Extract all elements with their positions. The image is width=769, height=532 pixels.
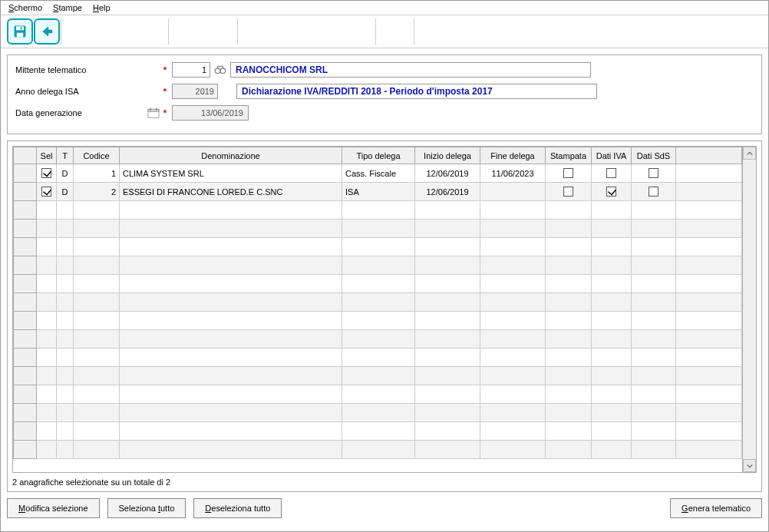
scroll-down-button[interactable] (743, 459, 756, 472)
empty-cell (57, 256, 74, 275)
table-row[interactable] (14, 201, 742, 220)
col-indicator-header[interactable] (14, 147, 37, 164)
table-row[interactable] (14, 441, 742, 459)
empty-cell (546, 404, 592, 422)
modifica-selezione-button[interactable]: Modifica selezione (7, 498, 100, 518)
table-row[interactable] (14, 275, 742, 293)
empty-cell (120, 367, 342, 385)
row-indicator (14, 238, 37, 256)
row-indicator (14, 201, 37, 220)
empty-cell (37, 385, 57, 404)
table-row[interactable] (14, 330, 742, 349)
binocular-icon[interactable] (213, 63, 227, 77)
seleziona-tutto-button[interactable]: Seleziona tutto (107, 498, 186, 518)
table-row[interactable] (14, 238, 742, 256)
col-denominazione-header[interactable]: Denominazione (120, 147, 342, 164)
table-row[interactable] (14, 220, 742, 238)
empty-cell (120, 256, 342, 275)
cell-stampata[interactable] (546, 183, 592, 201)
empty-cell (120, 201, 342, 220)
row-indicator (14, 293, 37, 312)
calendar-icon[interactable] (147, 107, 160, 118)
anno-desc-field: Dichiarazione IVA/REDDITI 2018 - Periodo… (236, 84, 597, 99)
checkbox-icon[interactable] (606, 168, 616, 178)
checkbox-icon[interactable] (606, 187, 616, 197)
col-codice-header[interactable]: Codice (74, 147, 120, 164)
scroll-up-button[interactable] (743, 147, 756, 160)
col-sel-header[interactable]: Sel (37, 147, 57, 164)
empty-cell (415, 293, 480, 312)
empty-cell (632, 220, 676, 238)
col-inizio-header[interactable]: Inizio delega (415, 147, 480, 164)
mittente-label: Mittente telematico (15, 65, 123, 74)
empty-cell (415, 238, 480, 256)
checkbox-icon[interactable] (563, 168, 573, 178)
checkbox-icon[interactable] (649, 187, 658, 197)
deseleziona-tutto-button[interactable]: Deseleziona tutto (193, 498, 282, 518)
col-stampata-header[interactable]: Stampata (546, 147, 592, 164)
cell-sel[interactable] (37, 164, 57, 183)
cell-dati-sds[interactable] (632, 164, 676, 183)
empty-cell (592, 220, 632, 238)
empty-cell (480, 441, 546, 459)
checkbox-icon[interactable] (41, 168, 51, 178)
empty-cell (342, 293, 415, 312)
cell-dati-sds[interactable] (632, 183, 676, 201)
checkbox-icon[interactable] (41, 187, 51, 197)
empty-cell (415, 275, 480, 293)
empty-cell (74, 220, 120, 238)
cell-inizio-delega: 12/06/2019 (415, 164, 480, 183)
mittente-code-input[interactable] (172, 62, 210, 78)
empty-cell (415, 330, 480, 349)
empty-cell (74, 293, 120, 312)
arrow-left-icon (39, 24, 54, 39)
table-row[interactable] (14, 367, 742, 385)
col-rest-header (676, 147, 742, 164)
empty-cell (546, 293, 592, 312)
datagen-label: Data generazione (15, 108, 123, 117)
checkbox-icon[interactable] (563, 187, 573, 197)
menu-help[interactable]: Help (93, 3, 111, 12)
table-row[interactable] (14, 349, 742, 367)
empty-cell (120, 312, 342, 330)
empty-cell (546, 385, 592, 404)
col-fine-header[interactable]: Fine delega (480, 147, 546, 164)
back-button[interactable] (34, 18, 60, 45)
empty-cell (57, 422, 74, 441)
cell-stampata[interactable] (546, 164, 592, 183)
svg-point-5 (220, 68, 226, 74)
table-row[interactable] (14, 385, 742, 404)
cell-sel[interactable] (37, 183, 57, 201)
table-row[interactable]: D2ESSEGI DI FRANCONE LORED.E C.SNCISA12/… (14, 183, 742, 201)
empty-cell (74, 275, 120, 293)
empty-cell (676, 367, 742, 385)
empty-cell (676, 293, 742, 312)
save-button[interactable] (7, 18, 33, 45)
col-dativa-header[interactable]: Dati IVA (592, 147, 632, 164)
empty-cell (74, 441, 120, 459)
cell-dati-iva[interactable] (592, 183, 632, 201)
table-row[interactable] (14, 293, 742, 312)
empty-cell (415, 404, 480, 422)
table-row[interactable]: D1CLIMA SYSTEM SRLCass. Fiscale12/06/201… (14, 164, 742, 183)
col-tipo-header[interactable]: Tipo delega (342, 147, 415, 164)
checkbox-icon[interactable] (649, 168, 658, 178)
toolbar-sep-5 (414, 18, 762, 45)
table-row[interactable] (14, 404, 742, 422)
vertical-scrollbar[interactable] (742, 147, 756, 472)
col-datisds-header[interactable]: Dati SdS (632, 147, 676, 164)
table-row[interactable] (14, 422, 742, 441)
menu-stampe[interactable]: Stampe (53, 3, 82, 12)
anno-input[interactable] (172, 84, 218, 99)
empty-cell (37, 238, 57, 256)
table-row[interactable] (14, 312, 742, 330)
table-row[interactable] (14, 256, 742, 275)
cell-dati-iva[interactable] (592, 164, 632, 183)
menu-schermo[interactable]: Schermo (8, 3, 42, 12)
genera-telematico-button[interactable]: Genera telematico (670, 498, 762, 518)
empty-cell (57, 349, 74, 367)
cell-denominazione: CLIMA SYSTEM SRL (120, 164, 342, 183)
empty-cell (546, 220, 592, 238)
col-t-header[interactable]: T (57, 147, 74, 164)
datagen-input[interactable] (172, 105, 249, 121)
